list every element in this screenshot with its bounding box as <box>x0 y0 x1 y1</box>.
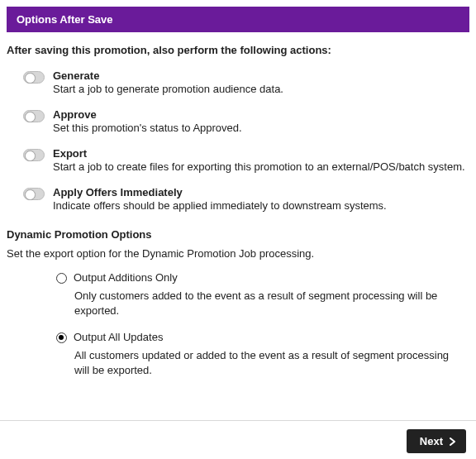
toggle-desc-generate: Start a job to generate promotion audien… <box>53 83 469 95</box>
toggle-export[interactable] <box>23 149 45 161</box>
radio-label-additions: Output Additions Only <box>74 271 178 284</box>
toggle-row-apply-offers: Apply Offers Immediately Indicate offers… <box>0 181 476 220</box>
radio-row-additions: Output Additions Only <box>0 268 476 287</box>
toggle-desc-approve: Set this promotion's status to Approved. <box>53 122 469 134</box>
toggle-approve[interactable] <box>23 110 45 122</box>
panel-header: Options After Save <box>7 7 469 32</box>
toggle-row-generate: Generate Start a job to generate promoti… <box>0 65 476 103</box>
toggle-title-generate: Generate <box>53 69 469 82</box>
radio-desc-all-updates: All customers updated or added to the ev… <box>0 347 476 387</box>
toggle-desc-apply-offers: Indicate offers should be applied immedi… <box>53 199 469 212</box>
section-intro: After saving this promotion, also perfor… <box>0 32 476 65</box>
radio-output-all-updates[interactable] <box>56 332 67 343</box>
toggle-desc-export: Start a job to create files for exportin… <box>53 160 469 173</box>
dynamic-heading: Dynamic Promotion Options <box>0 220 476 244</box>
radio-desc-additions: Only customers added to the event as a r… <box>0 287 476 328</box>
chevron-right-icon <box>450 437 456 446</box>
footer: Next <box>0 420 476 459</box>
next-button[interactable]: Next <box>407 429 466 453</box>
radio-output-additions-only[interactable] <box>56 273 67 284</box>
toggle-title-approve: Approve <box>53 108 469 121</box>
dynamic-sub: Set the export option for the Dynamic Pr… <box>0 244 476 268</box>
toggle-row-export: Export Start a job to create files for e… <box>0 142 476 181</box>
radio-label-all-updates: Output All Updates <box>74 331 163 343</box>
toggle-generate[interactable] <box>23 71 45 84</box>
radio-row-all-updates: Output All Updates <box>0 328 476 347</box>
toggle-title-apply-offers: Apply Offers Immediately <box>53 186 469 198</box>
toggle-title-export: Export <box>53 147 469 160</box>
toggle-row-approve: Approve Set this promotion's status to A… <box>0 103 476 142</box>
next-button-label: Next <box>420 435 443 447</box>
toggle-apply-offers[interactable] <box>23 188 45 200</box>
